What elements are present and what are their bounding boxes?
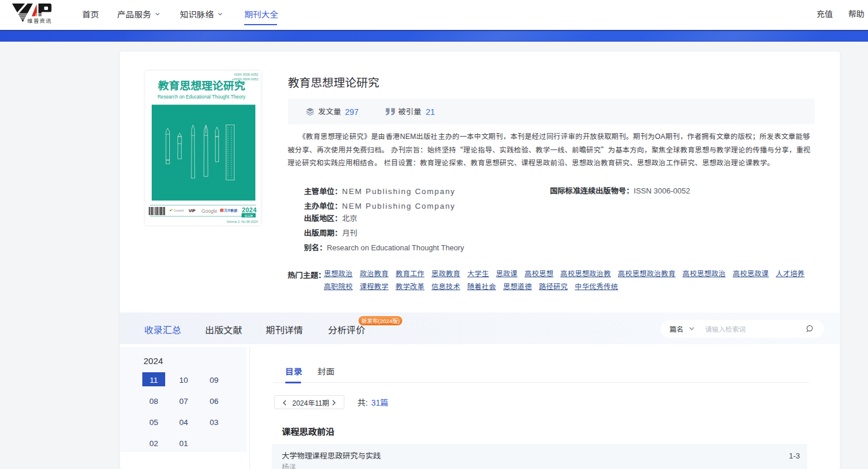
svg-text:万: 万 [221,209,224,212]
svg-text:Crossref: Crossref [174,209,184,212]
svg-text:Google: Google [201,207,217,214]
svg-text:教育思想理论研究: 教育思想理论研究 [158,77,245,93]
svg-text:Research on Educational Though: Research on Educational Thought Theory [158,93,245,100]
svg-text:万方数据: 万方数据 [224,208,238,213]
svg-text:VIP: VIP [189,207,195,213]
svg-text:2024: 2024 [242,205,257,214]
svg-text:维普资讯: 维普资讯 [28,16,52,25]
svg-text:Volume 2, No.58 2024: Volume 2, No.58 2024 [227,219,258,224]
svg-text:第11期: 第11期 [244,213,253,217]
